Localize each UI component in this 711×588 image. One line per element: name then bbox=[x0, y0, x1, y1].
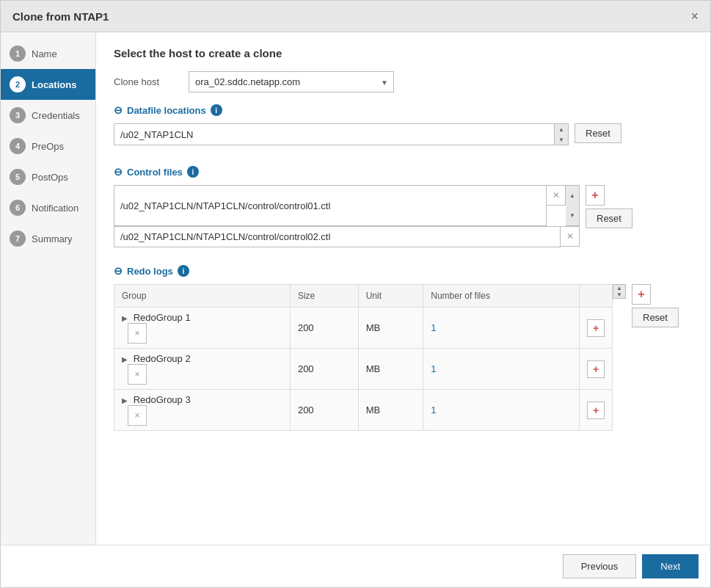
size-cell: 200 bbox=[290, 390, 358, 431]
datafile-input-wrapper: ▲ ▼ bbox=[114, 123, 569, 145]
sidebar-item-summary[interactable]: 7 Summary bbox=[1, 223, 95, 254]
cf-scroll-up[interactable]: ▲ bbox=[566, 186, 579, 206]
sidebar-item-label: Name bbox=[32, 48, 57, 59]
datafile-section-header[interactable]: ⊖ Datafile locations i bbox=[114, 104, 693, 116]
redo-reset-button[interactable]: Reset bbox=[632, 308, 679, 327]
redo-logs-collapse-icon: ⊖ bbox=[114, 265, 123, 277]
size-cell: 200 bbox=[290, 308, 358, 349]
num-files-cell: 1 bbox=[423, 308, 580, 349]
table-row: ▶ RedoGroup 1 × 200 MB 1 + bbox=[114, 308, 613, 349]
step-badge: 4 bbox=[10, 138, 26, 154]
sidebar-item-label: Credentials bbox=[32, 110, 80, 121]
previous-button[interactable]: Previous bbox=[563, 554, 637, 578]
control-files-col: ✕ ▲ ▼ ✕ bbox=[114, 185, 580, 247]
num-files-cell: 1 bbox=[423, 390, 580, 431]
expand-arrow-icon[interactable]: ▶ bbox=[122, 355, 128, 363]
clone-host-select-wrapper: ora_02.sddc.netapp.comora_01.sddc.netapp… bbox=[189, 71, 394, 92]
dialog: Clone from NTAP1 × 1 Name 2 Locations 3 … bbox=[0, 0, 711, 588]
control-file-row-2: ✕ bbox=[114, 226, 580, 247]
sidebar-item-credentials[interactable]: 3 Credentials bbox=[1, 100, 95, 131]
step-badge: 3 bbox=[10, 107, 26, 123]
datafile-info-icon[interactable]: i bbox=[211, 104, 222, 116]
datafile-scroll-down[interactable]: ▼ bbox=[555, 134, 568, 145]
sidebar-item-postops[interactable]: 5 PostOps bbox=[1, 161, 95, 192]
step-badge: 6 bbox=[10, 200, 26, 216]
col-size: Size bbox=[290, 285, 358, 308]
group-name: RedoGroup 3 bbox=[134, 394, 191, 405]
control-files-section: ⊖ Control files i ✕ ▲ ▼ bbox=[114, 166, 693, 247]
dialog-title: Clone from NTAP1 bbox=[12, 10, 109, 23]
num-files-link[interactable]: 1 bbox=[431, 404, 436, 415]
dialog-body: 1 Name 2 Locations 3 Credentials 4 PreOp… bbox=[1, 32, 710, 545]
unit-cell: MB bbox=[358, 349, 423, 390]
redo-delete-3[interactable]: × bbox=[128, 405, 147, 426]
group-name: RedoGroup 2 bbox=[134, 353, 191, 364]
control-file-reset-button[interactable]: Reset bbox=[586, 208, 632, 228]
clone-host-row: Clone host ora_02.sddc.netapp.comora_01.… bbox=[114, 71, 693, 92]
redo-right-col: + Reset bbox=[632, 284, 679, 327]
sidebar-item-label: PreOps bbox=[32, 141, 64, 152]
cf-scroll-down[interactable]: ▼ bbox=[566, 206, 579, 225]
step-badge: 7 bbox=[10, 231, 26, 247]
dialog-footer: Previous Next bbox=[1, 545, 710, 587]
control-file-row-1: ✕ ▲ ▼ bbox=[114, 185, 580, 226]
redo-logs-info-icon[interactable]: i bbox=[178, 265, 189, 277]
clone-host-select[interactable]: ora_02.sddc.netapp.comora_01.sddc.netapp… bbox=[189, 71, 394, 92]
datafile-scrollbar: ▲ ▼ bbox=[555, 123, 569, 145]
close-button[interactable]: × bbox=[690, 10, 699, 23]
clone-host-label: Clone host bbox=[114, 76, 180, 87]
sidebar-item-label: PostOps bbox=[32, 172, 68, 183]
unit-cell: MB bbox=[358, 390, 423, 431]
sidebar-item-notification[interactable]: 6 Notification bbox=[1, 192, 95, 223]
sidebar-item-label: Notification bbox=[32, 203, 79, 214]
redo-row-add-3[interactable]: + bbox=[587, 402, 605, 419]
datafile-input[interactable] bbox=[114, 123, 555, 145]
datafile-input-row: ▲ ▼ Reset bbox=[114, 123, 693, 148]
redo-delete-2[interactable]: × bbox=[128, 364, 147, 385]
size-cell: 200 bbox=[290, 349, 358, 390]
redo-table-wrapper: Group Size Unit Number of files ▶ RedoGr… bbox=[114, 284, 693, 431]
col-unit: Unit bbox=[358, 285, 423, 308]
redo-table-header-row: Group Size Unit Number of files bbox=[114, 285, 613, 308]
redo-scroll-up[interactable]: ▲ bbox=[613, 285, 625, 291]
control-file-input-2[interactable] bbox=[114, 226, 561, 247]
datafile-reset-button[interactable]: Reset bbox=[575, 123, 621, 143]
control-file-delete-1[interactable]: ✕ bbox=[547, 185, 566, 206]
redo-table: Group Size Unit Number of files ▶ RedoGr… bbox=[114, 284, 613, 431]
col-group: Group bbox=[114, 285, 291, 308]
redo-scroll-down[interactable]: ▼ bbox=[613, 291, 625, 298]
expand-arrow-icon[interactable]: ▶ bbox=[122, 396, 128, 404]
datafile-section: ⊖ Datafile locations i ▲ ▼ Reset bbox=[114, 104, 693, 148]
sidebar-item-label: Summary bbox=[32, 233, 73, 244]
redo-add-button[interactable]: + bbox=[632, 284, 651, 305]
step-badge: 2 bbox=[10, 76, 26, 92]
main-content: Select the host to create a clone Clone … bbox=[96, 32, 710, 545]
redo-row-add-1[interactable]: + bbox=[587, 319, 605, 337]
redo-logs-header[interactable]: ⊖ Redo logs i bbox=[114, 265, 693, 277]
num-files-link[interactable]: 1 bbox=[431, 322, 436, 333]
unit-cell: MB bbox=[358, 308, 423, 349]
datafile-scroll-up[interactable]: ▲ bbox=[555, 124, 568, 134]
collapse-icon: ⊖ bbox=[114, 104, 123, 116]
control-file-input-1[interactable] bbox=[114, 185, 547, 226]
group-name: RedoGroup 1 bbox=[134, 312, 191, 323]
num-files-link[interactable]: 1 bbox=[431, 363, 436, 374]
control-files-header[interactable]: ⊖ Control files i bbox=[114, 166, 693, 178]
redo-row-add-2[interactable]: + bbox=[587, 360, 605, 378]
control-file-add-button[interactable]: + bbox=[586, 185, 605, 206]
control-file-delete-2[interactable]: ✕ bbox=[561, 226, 580, 247]
col-action bbox=[580, 285, 613, 308]
sidebar-item-name[interactable]: 1 Name bbox=[1, 38, 95, 69]
control-files-info-icon[interactable]: i bbox=[187, 166, 199, 178]
col-num-files: Number of files bbox=[423, 285, 580, 308]
redo-delete-1[interactable]: × bbox=[128, 323, 147, 344]
expand-arrow-icon[interactable]: ▶ bbox=[122, 314, 128, 322]
control-files-collapse-icon: ⊖ bbox=[114, 166, 123, 178]
control-right-col: + Reset bbox=[586, 185, 632, 228]
next-button[interactable]: Next bbox=[642, 554, 699, 578]
sidebar-item-locations[interactable]: 2 Locations bbox=[1, 69, 95, 100]
control-files-label: Control files bbox=[127, 167, 183, 178]
sidebar-item-preops[interactable]: 4 PreOps bbox=[1, 131, 95, 161]
page-title: Select the host to create a clone bbox=[114, 47, 693, 59]
redo-table-scrollbar: ▲ ▼ bbox=[613, 284, 626, 299]
